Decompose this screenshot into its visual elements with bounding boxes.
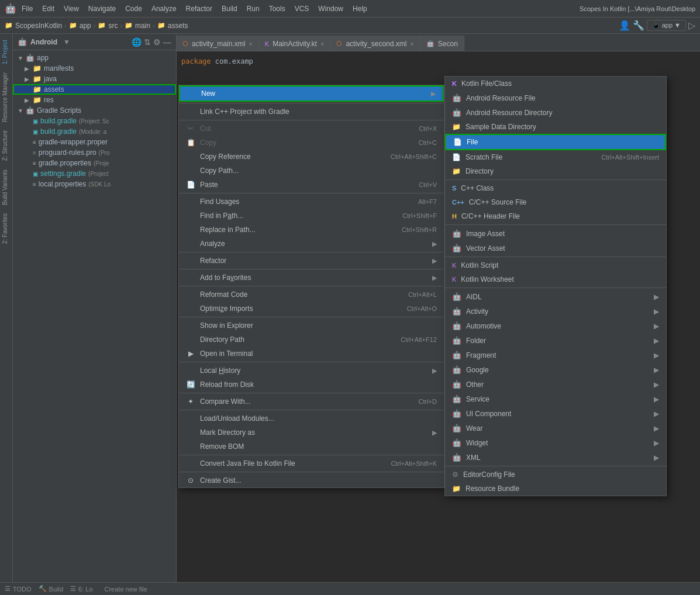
tree-item-assets[interactable]: 📁 assets [13, 84, 176, 95]
menu-run[interactable]: Run [243, 3, 264, 15]
sub-item-widget[interactable]: 🤖 Widget ▶ [445, 435, 666, 450]
side-tab-build-variants[interactable]: Build Variants [0, 166, 12, 209]
menu-edit[interactable]: Edit [38, 3, 58, 15]
sub-item-resource-bundle[interactable]: 📁 Resource Bundle [445, 482, 666, 496]
sub-item-xml[interactable]: 🤖 XML ▶ [445, 450, 666, 465]
menu-code[interactable]: Code [121, 3, 146, 15]
ctx-item-find-in-path[interactable]: Find in Path... Ctrl+Shift+F [179, 209, 444, 223]
ctx-item-optimize[interactable]: Optimize Imports Ctrl+Alt+O [179, 302, 444, 316]
sub-item-fragment[interactable]: 🤖 Fragment ▶ [445, 348, 666, 362]
side-tab-favorites[interactable]: 2: Favorites [0, 210, 12, 247]
menu-refactor[interactable]: Refactor [182, 3, 216, 15]
status-build[interactable]: 🔨 Build [39, 585, 63, 593]
sub-item-editorconfig[interactable]: ⚙ EditorConfig File [445, 468, 666, 482]
sub-item-android-resource-dir[interactable]: 🤖 Android Resource Directory [445, 105, 666, 120]
panel-tool-align[interactable]: ⇅ [144, 37, 151, 47]
ctx-item-reformat[interactable]: Reformat Code Ctrl+Alt+L [179, 288, 444, 302]
breadcrumb-project[interactable]: ScopesInKotlin [15, 22, 62, 30]
tab-close-activity-main[interactable]: × [249, 40, 252, 47]
side-tab-structure[interactable]: Z: Structure [0, 127, 12, 164]
tree-item-app[interactable]: ▼ 🤖 app [13, 53, 176, 63]
side-tab-resource[interactable]: Resource Manager [0, 69, 12, 126]
panel-tool-settings[interactable]: ⚙ [153, 37, 161, 47]
menu-file[interactable]: File [18, 3, 37, 15]
tab-close-mainactivity[interactable]: × [320, 40, 324, 47]
breadcrumb-assets[interactable]: 📁 assets [157, 22, 188, 30]
menu-build[interactable]: Build [218, 3, 242, 15]
status-todo[interactable]: ☰ TODO [5, 585, 32, 593]
tree-item-gradle-properties[interactable]: ≡ gradle.properties (Proje [13, 158, 176, 168]
ctx-item-link-cpp[interactable]: Link C++ Project with Gradle [179, 105, 444, 119]
menu-analyze[interactable]: Analyze [147, 3, 181, 15]
tree-item-gradle-scripts[interactable]: ▼ 🤖 Gradle Scripts [13, 105, 176, 116]
ctx-item-analyze[interactable]: Analyze ▶ [179, 237, 444, 251]
sub-item-other[interactable]: 🤖 Other ▶ [445, 377, 666, 392]
breadcrumb-app[interactable]: 📁 app [69, 22, 91, 30]
tree-item-build-gradle-project[interactable]: ▣ build.gradle (Project: Sc [13, 116, 176, 126]
side-tab-project[interactable]: 1: Project [0, 36, 12, 68]
sub-item-automotive[interactable]: 🤖 Automotive ▶ [445, 319, 666, 333]
ctx-item-local-history[interactable]: Local History ▶ [179, 364, 444, 378]
ctx-item-replace-in-path[interactable]: Replace in Path... Ctrl+Shift+R [179, 223, 444, 237]
panel-tool-minimize[interactable]: — [163, 37, 171, 47]
sub-item-sample-data[interactable]: 📁 Sample Data Directory [445, 120, 666, 134]
sub-item-file[interactable]: 📄 File [445, 134, 666, 150]
ctx-item-convert-kotlin[interactable]: Convert Java File to Kotlin File Ctrl+Al… [179, 456, 444, 471]
status-log[interactable]: ☰ 6: Lo [70, 585, 92, 593]
panel-tool-globe[interactable]: 🌐 [132, 37, 142, 47]
sub-item-image-asset[interactable]: 🤖 Image Asset [445, 226, 666, 241]
sub-item-kotlin-script[interactable]: K Kotlin Script [445, 258, 666, 272]
sub-item-scratch-file[interactable]: 📄 Scratch File Ctrl+Alt+Shift+Insert [445, 150, 666, 164]
tab-activity-second[interactable]: ⬡ activity_second.xml × [330, 36, 420, 51]
menu-navigate[interactable]: Navigate [84, 3, 120, 15]
menu-tools[interactable]: Tools [265, 3, 289, 15]
ctx-item-cut[interactable]: ✂ Cut Ctrl+X [179, 122, 444, 136]
sub-item-aidl[interactable]: 🤖 AIDL ▶ [445, 289, 666, 304]
ctx-item-copy[interactable]: 📋 Copy Ctrl+C [179, 136, 444, 150]
breadcrumb[interactable]: 📁 ScopesInKotlin [5, 22, 62, 30]
ctx-item-remove-bom[interactable]: Remove BOM [179, 440, 444, 454]
ctx-item-mark-directory[interactable]: Mark Directory as ▶ [179, 426, 444, 440]
sub-item-kotlin-class[interactable]: K Kotlin File/Class [445, 77, 666, 91]
breadcrumb-main[interactable]: 📁 main [125, 22, 150, 30]
tab-close-activity-second[interactable]: × [410, 40, 413, 47]
sub-item-service[interactable]: 🤖 Service ▶ [445, 392, 666, 406]
tree-item-build-gradle-module[interactable]: ▣ build.gradle (Module: a [13, 126, 176, 137]
sub-item-cpp-header[interactable]: H C/C++ Header File [445, 209, 666, 223]
ctx-item-compare[interactable]: ✦ Compare With... Ctrl+D [179, 395, 444, 409]
tree-item-gradle-wrapper[interactable]: ≡ gradle-wrapper.proper [13, 137, 176, 147]
menu-vcs[interactable]: VCS [291, 3, 313, 15]
sub-item-android-resource-file[interactable]: 🤖 Android Resource File [445, 91, 666, 105]
tree-item-settings-gradle[interactable]: ▣ settings.gradle (Project [13, 168, 176, 179]
sub-item-folder[interactable]: 🤖 Folder ▶ [445, 333, 666, 348]
ctx-item-paste[interactable]: 📄 Paste Ctrl+V [179, 178, 444, 192]
run-config-selector[interactable]: 📱 app ▼ [647, 20, 686, 31]
ctx-item-reload[interactable]: 🔄 Reload from Disk [179, 378, 444, 392]
sub-item-directory[interactable]: 📁 Directory [445, 164, 666, 178]
tree-item-java[interactable]: ▶ 📁 java [13, 74, 176, 84]
tree-item-proguard[interactable]: ≡ proguard-rules.pro (Pro [13, 147, 176, 158]
sub-item-kotlin-worksheet[interactable]: K Kotlin Worksheet [445, 272, 666, 286]
breadcrumb-src[interactable]: 📁 src [98, 22, 118, 30]
tab-mainactivity[interactable]: K MainActivity.kt × [259, 36, 331, 51]
tree-item-manifests[interactable]: ▶ 📁 manifests [13, 63, 176, 74]
sub-item-ui-component[interactable]: 🤖 UI Component ▶ [445, 406, 666, 421]
ctx-item-directory-path[interactable]: Directory Path Ctrl+Alt+F12 [179, 333, 444, 347]
ctx-item-add-favorites[interactable]: Add to Favorites ▶ [179, 271, 444, 285]
sub-item-activity[interactable]: 🤖 Activity ▶ [445, 304, 666, 319]
ctx-item-load-modules[interactable]: Load/Unload Modules... [179, 411, 444, 426]
ctx-item-show-explorer[interactable]: Show in Explorer [179, 319, 444, 333]
tree-item-res[interactable]: ▶ 📁 res [13, 95, 176, 105]
sub-item-google[interactable]: 🤖 Google ▶ [445, 362, 666, 377]
ctx-item-open-terminal[interactable]: ▶ Open in Terminal [179, 347, 444, 361]
ctx-item-create-gist[interactable]: ⊙ Create Gist... [179, 473, 444, 487]
ctx-item-find-usages[interactable]: Find Usages Alt+F7 [179, 195, 444, 209]
sub-item-cpp-class[interactable]: S C++ Class [445, 181, 666, 195]
menu-window[interactable]: Window [314, 3, 347, 15]
menu-help[interactable]: Help [349, 3, 371, 15]
sub-item-wear[interactable]: 🤖 Wear ▶ [445, 421, 666, 435]
ctx-item-copy-reference[interactable]: Copy Reference Ctrl+Alt+Shift+C [179, 150, 444, 164]
ctx-item-new[interactable]: New ▶ [179, 85, 444, 102]
ctx-item-refactor[interactable]: Refactor ▶ [179, 254, 444, 268]
menu-view[interactable]: View [60, 3, 83, 15]
